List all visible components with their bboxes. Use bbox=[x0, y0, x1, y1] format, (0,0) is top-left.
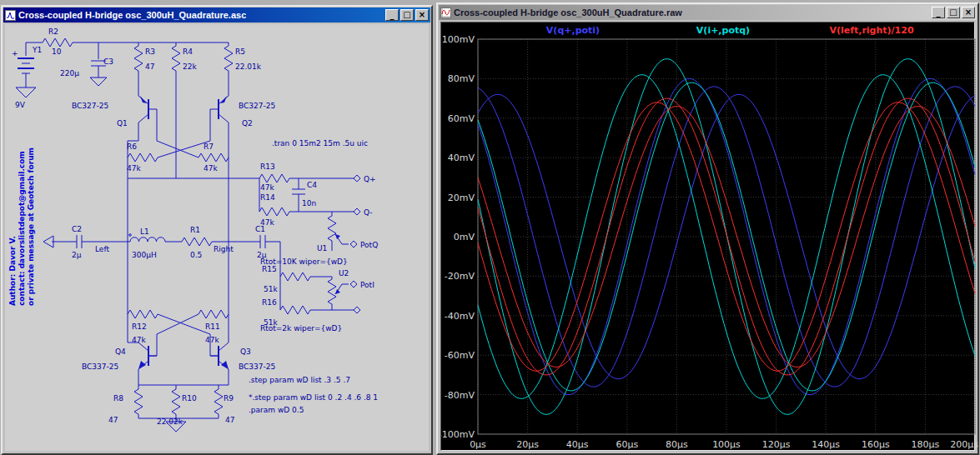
svg-text:BC327-25: BC327-25 bbox=[72, 102, 108, 110]
y-tick-label: 40mV bbox=[448, 152, 475, 163]
component-resistor-R9[interactable]: R9 47 bbox=[214, 389, 234, 424]
component-resistor-R12[interactable]: R12 47k bbox=[128, 310, 158, 344]
author-note-line3: or private message at Geotech forum bbox=[27, 148, 35, 306]
component-resistor-R4[interactable]: R4 22k bbox=[172, 46, 197, 71]
x-tick-label: 0µs bbox=[470, 439, 486, 450]
component-transistor-Q1[interactable]: Q1 BC327-25 bbox=[72, 96, 157, 128]
svg-text:22k: 22k bbox=[183, 62, 197, 71]
component-transistor-Q2[interactable]: Q2 BC327-25 bbox=[210, 96, 275, 128]
svg-text:300µH: 300µH bbox=[132, 251, 157, 259]
waveform-titlebar[interactable]: Cross-coupled H-bridge osc_300uH_Quadrat… bbox=[439, 5, 977, 20]
svg-text:Y1: Y1 bbox=[32, 46, 42, 54]
port-q-plus[interactable]: Q+ bbox=[354, 175, 376, 183]
schematic-canvas[interactable]: + Y1 9V R2 10 C3 220µ R3 47 bbox=[5, 24, 432, 454]
svg-text:R14: R14 bbox=[260, 193, 275, 202]
component-resistor-R1[interactable]: R1 0.5 bbox=[182, 226, 212, 259]
close-button[interactable]: × bbox=[415, 9, 429, 21]
component-resistor-R7[interactable]: R7 47k bbox=[199, 142, 229, 172]
minimize-button[interactable]: _ bbox=[385, 9, 399, 21]
svg-text:2µ: 2µ bbox=[72, 251, 82, 259]
component-resistor-R16[interactable]: R16 51k bbox=[262, 298, 310, 327]
svg-text:2µ: 2µ bbox=[257, 251, 267, 259]
y-tick-label: -20mV bbox=[445, 271, 475, 282]
x-tick-label: 100µs bbox=[712, 439, 741, 450]
port-q-minus[interactable]: Q- bbox=[354, 208, 373, 217]
close-button[interactable]: × bbox=[962, 7, 975, 18]
component-resistor-R10[interactable]: R10 22.02k bbox=[157, 389, 197, 426]
component-potentiometer-U1[interactable]: U1 bbox=[317, 216, 342, 252]
svg-text:BC337-25: BC337-25 bbox=[82, 362, 118, 371]
plot-canvas[interactable]: 100mV80mV60mV40mV20mV0mV-20mV-40mV-60mV-… bbox=[441, 22, 979, 455]
component-transistor-Q3[interactable]: Q3 BC337-25 bbox=[210, 342, 275, 371]
svg-text:Q-: Q- bbox=[364, 208, 373, 217]
svg-text:U1: U1 bbox=[317, 244, 327, 252]
component-resistor-R14[interactable]: R14 47k bbox=[259, 193, 289, 227]
maximize-button[interactable]: □ bbox=[400, 9, 414, 21]
svg-text:47: 47 bbox=[145, 62, 154, 71]
spice-directive-tran[interactable]: .tran 0 15m2 15m .5u uic bbox=[272, 139, 368, 148]
component-capacitor-C4[interactable]: C4 10n bbox=[292, 181, 317, 208]
legend-trace-label[interactable]: V(left,right)/120 bbox=[829, 25, 914, 36]
svg-text:Q1: Q1 bbox=[117, 119, 128, 128]
spice-directive-step2[interactable]: *.step param wD list 0 .2 .4 .6 .8 1 bbox=[249, 393, 378, 402]
component-resistor-R5[interactable]: R5 22.01k bbox=[224, 46, 262, 71]
svg-text:R4: R4 bbox=[183, 48, 193, 56]
svg-text:R13: R13 bbox=[260, 162, 275, 171]
svg-text:BC327-25: BC327-25 bbox=[239, 102, 275, 110]
svg-text:R16: R16 bbox=[262, 298, 277, 307]
svg-text:PotQ: PotQ bbox=[360, 241, 378, 249]
component-resistor-R8[interactable]: R8 47 bbox=[108, 389, 143, 424]
component-capacitor-C3[interactable]: C3 220µ bbox=[60, 58, 113, 78]
svg-text:47: 47 bbox=[225, 416, 234, 424]
spice-directive-step1[interactable]: .step param wD list .3 .5 .7 bbox=[249, 376, 350, 384]
window-title: Cross-coupled H-bridge osc_300uH_Quadrat… bbox=[18, 10, 246, 20]
window-controls: _ □ × bbox=[385, 9, 429, 21]
port-potq[interactable]: PotQ bbox=[350, 241, 378, 249]
plot-pane[interactable]: 100mV80mV60mV40mV20mV0mV-20mV-40mV-60mV-… bbox=[440, 22, 975, 451]
legend-trace-label[interactable]: V(i+,potq) bbox=[696, 25, 750, 36]
ground-symbol[interactable] bbox=[90, 78, 107, 86]
ground-symbol[interactable] bbox=[16, 88, 36, 98]
y-tick-label: 60mV bbox=[448, 113, 475, 124]
component-inductor-L1[interactable]: L1 300µH bbox=[129, 228, 165, 259]
svg-text:47k: 47k bbox=[205, 336, 219, 344]
component-resistor-R13[interactable]: R13 47k bbox=[259, 162, 289, 192]
svg-text:R5: R5 bbox=[235, 48, 245, 56]
svg-text:Q+: Q+ bbox=[364, 175, 376, 183]
svg-text:R2: R2 bbox=[48, 28, 58, 36]
svg-text:22.01k: 22.01k bbox=[235, 62, 262, 71]
svg-text:Q2: Q2 bbox=[242, 119, 253, 128]
svg-text:10n: 10n bbox=[302, 199, 316, 208]
component-battery-Y1[interactable]: + Y1 9V bbox=[12, 46, 42, 109]
spice-directive-param[interactable]: .param wD 0.5 bbox=[249, 406, 304, 414]
minimize-button[interactable]: _ bbox=[932, 7, 945, 18]
component-resistor-R6[interactable]: R6 47k bbox=[127, 142, 158, 172]
schematic-window-icon[interactable] bbox=[5, 10, 16, 21]
schematic-client-area[interactable]: + Y1 9V R2 10 C3 220µ R3 47 bbox=[5, 24, 429, 451]
component-resistor-R11[interactable]: R11 47k bbox=[199, 310, 229, 344]
svg-text:R1: R1 bbox=[190, 226, 200, 234]
component-resistor-R2[interactable]: R2 10 bbox=[43, 28, 73, 56]
port-i-terminal[interactable] bbox=[354, 307, 360, 313]
component-transistor-Q4[interactable]: Q4 BC337-25 bbox=[82, 342, 157, 371]
port-poti[interactable]: PotI bbox=[350, 281, 374, 289]
svg-text:51k: 51k bbox=[264, 285, 278, 293]
component-potentiometer-U2[interactable]: U2 bbox=[328, 269, 349, 304]
y-tick-label: 20mV bbox=[448, 192, 475, 203]
svg-text:C3: C3 bbox=[103, 58, 113, 66]
svg-text:0.5: 0.5 bbox=[190, 251, 202, 259]
x-tick-label: 20µs bbox=[516, 439, 539, 450]
y-tick-label: -40mV bbox=[445, 311, 475, 322]
component-resistor-R15[interactable]: R15 51k bbox=[262, 265, 310, 293]
svg-text:PotI: PotI bbox=[360, 281, 374, 289]
component-resistor-R3[interactable]: R3 47 bbox=[134, 46, 155, 71]
schematic-window: Cross-coupled H-bridge osc_300uH_Quadrat… bbox=[1, 5, 433, 455]
svg-text:R12: R12 bbox=[132, 322, 147, 331]
spice-directive-rtoti[interactable]: Rtot=2k wiper={wD} bbox=[260, 324, 342, 332]
x-tick-label: 40µs bbox=[566, 439, 589, 450]
waveform-window-icon[interactable] bbox=[440, 8, 451, 18]
schematic-titlebar[interactable]: Cross-coupled H-bridge osc_300uH_Quadrat… bbox=[3, 8, 430, 22]
maximize-button[interactable]: □ bbox=[947, 7, 960, 18]
legend-trace-label[interactable]: V(q+,poti) bbox=[546, 25, 600, 36]
svg-text:L1: L1 bbox=[140, 228, 149, 236]
